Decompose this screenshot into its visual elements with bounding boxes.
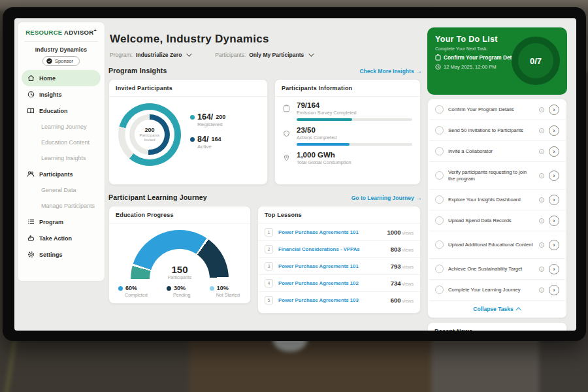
registered-label: Registered	[197, 122, 225, 127]
app-logo: RESOURCE ADVISOR+	[18, 22, 105, 36]
take-action-icon	[27, 235, 35, 242]
lesson-row[interactable]: 5 Power Purchase Agreements 103 600 view…	[258, 291, 420, 308]
program-select[interactable]: Program: Industrialize Zero	[110, 52, 190, 58]
info-row-actions: 23/50 Actions Completed	[283, 126, 412, 146]
info-bar-fill	[297, 118, 352, 121]
arrow-right-icon: →	[416, 67, 422, 74]
sidebar-item-general-data[interactable]: General Data	[18, 182, 105, 198]
checkbox[interactable]	[435, 265, 444, 273]
sidebar-item-education-content[interactable]: Education Content	[18, 135, 105, 150]
lesson-views: 793 views	[391, 263, 414, 270]
invited-participants-card: Invited Participants 200 ParticipantsInv…	[108, 79, 268, 185]
todo-hero-card: Your To Do List Complete Your Next Task:…	[427, 27, 567, 95]
checkbox[interactable]	[435, 216, 444, 225]
todo-item-label: Upload Additional Educational Content	[448, 242, 534, 248]
lesson-link[interactable]: Power Purchase Agreements 102	[278, 280, 391, 286]
todo-item[interactable]: Achieve One Sustainability Target ›	[429, 259, 565, 280]
info-label: Emission Survey Completed	[297, 110, 412, 116]
info-icon	[539, 173, 544, 178]
sidebar-item-learning-insights[interactable]: Learning Insights	[18, 150, 105, 166]
progress-track	[297, 118, 412, 121]
go-to-learning-journey-link[interactable]: Go to Learning Journey →	[351, 194, 422, 201]
sidebar-item-learning-journey[interactable]: Learning Journey	[18, 119, 105, 135]
invited-donut-inner: 200 ParticipantsInvited	[129, 114, 170, 155]
todo-item[interactable]: Verify participants requesting to join t…	[429, 162, 565, 189]
clipboard-icon	[435, 54, 441, 61]
logo-resource: RESOURCE	[25, 29, 62, 36]
invited-legend-dot-registered	[190, 115, 195, 120]
edu-legend-dot-0	[118, 286, 123, 291]
lesson-link[interactable]: Power Purchase Agreements 103	[278, 297, 391, 303]
sidebar-item-insights[interactable]: Insights	[18, 86, 105, 103]
todo-item[interactable]: Explore Your Insights Dashboard ›	[429, 189, 565, 210]
lesson-link[interactable]: Power Purchase Agreements 101	[278, 263, 391, 269]
todo-item[interactable]: Complete Your Learning Journey ›	[429, 280, 565, 301]
chevron-right-button[interactable]: ›	[549, 171, 559, 181]
lesson-rank: 5	[265, 296, 273, 304]
info-value: 23/50	[297, 126, 412, 134]
sidebar-item-label: Settings	[39, 252, 63, 258]
chevron-right-button[interactable]: ›	[549, 240, 559, 250]
checkbox[interactable]	[435, 147, 444, 155]
info-row-emission: 79/164 Emission Survey Completed	[283, 101, 412, 121]
filter-bar: Program: Industrialize Zero Participants…	[110, 52, 422, 58]
todo-progress-ring: 0/7	[512, 37, 560, 85]
todo-item[interactable]: Confirm Your Program Details ›	[429, 99, 565, 120]
todo-item[interactable]: Upload Spend Data Records ›	[429, 210, 565, 231]
lesson-row[interactable]: 2 Financial Considerations - VPPAs 803 v…	[258, 240, 420, 257]
logo-advisor: ADVISOR+	[64, 29, 97, 36]
legend-pct: 60%	[125, 285, 137, 291]
lesson-row[interactable]: 1 Power Purchase Agreements 101 1000 vie…	[258, 223, 420, 240]
chevron-right-button[interactable]: ›	[549, 195, 559, 205]
sidebar-item-label: Education	[39, 108, 68, 114]
checkbox[interactable]	[435, 286, 444, 294]
sidebar-item-home[interactable]: Home	[22, 70, 101, 86]
chevron-down-icon	[308, 51, 314, 56]
checkbox[interactable]	[435, 195, 444, 204]
donut-center-label: ParticipantsInvited	[140, 133, 159, 142]
participants-icon	[27, 171, 35, 178]
checkbox[interactable]	[435, 105, 444, 114]
lesson-link[interactable]: Power Purchase Agreements 101	[278, 229, 387, 235]
checkbox[interactable]	[435, 240, 444, 249]
lesson-rank: 1	[265, 228, 273, 237]
check-more-insights-link[interactable]: Check More Insights →	[359, 67, 422, 74]
lesson-views: 600 views	[391, 297, 414, 304]
chevron-down-icon	[187, 51, 192, 56]
sidebar-item-program[interactable]: Program	[18, 214, 105, 230]
sidebar-item-manage-participants[interactable]: Manage Participants	[18, 198, 105, 214]
sidebar: RESOURCE ADVISOR+ Industry Dynamics Spon…	[17, 22, 105, 282]
chevron-right-button[interactable]: ›	[549, 264, 559, 274]
sidebar-item-label: Learning Journey	[41, 123, 87, 130]
lesson-row[interactable]: 3 Power Purchase Agreements 101 793 view…	[258, 257, 420, 274]
lesson-row[interactable]: 4 Power Purchase Agreements 102 734 view…	[258, 274, 420, 291]
lesson-link[interactable]: Financial Considerations - VPPAs	[278, 246, 391, 252]
sidebar-item-label: Insights	[39, 91, 62, 98]
todo-item[interactable]: Send 50 Invitations to Participants ›	[429, 120, 565, 141]
sidebar-item-participants[interactable]: Participants	[18, 166, 105, 182]
legend-label: Completed	[125, 292, 148, 298]
edu-legend-dot-1	[167, 286, 171, 291]
card-title: Education Progress	[109, 206, 250, 223]
participants-select[interactable]: Participants: Only My Participants	[215, 52, 312, 58]
chevron-right-button[interactable]: ›	[549, 105, 559, 115]
collapse-tasks-link[interactable]: Collapse Tasks	[429, 301, 565, 318]
program-label: Program:	[110, 52, 133, 58]
sidebar-nav: Home Insights Education Learning Journey…	[18, 70, 105, 263]
registered-value: 164/	[197, 112, 213, 122]
sidebar-item-settings[interactable]: Settings	[18, 246, 105, 263]
legend-pct: 30%	[174, 285, 186, 291]
sponsor-badge[interactable]: Sponsor	[42, 56, 80, 66]
chevron-right-button[interactable]: ›	[549, 285, 559, 295]
sidebar-item-take-action[interactable]: Take Action	[18, 230, 105, 246]
chevron-right-button[interactable]: ›	[549, 146, 559, 157]
sidebar-item-label: Program	[39, 219, 63, 225]
sidebar-item-education[interactable]: Education	[18, 103, 105, 119]
todo-item[interactable]: Upload Additional Educational Content ›	[429, 231, 565, 259]
chevron-right-button[interactable]: ›	[549, 216, 559, 226]
checkbox[interactable]	[435, 171, 444, 180]
chevron-right-button[interactable]: ›	[549, 125, 559, 136]
todo-item[interactable]: Invite a Collaborator ›	[429, 141, 565, 162]
edu-legend-dot-2	[210, 286, 214, 291]
checkbox[interactable]	[435, 126, 444, 135]
